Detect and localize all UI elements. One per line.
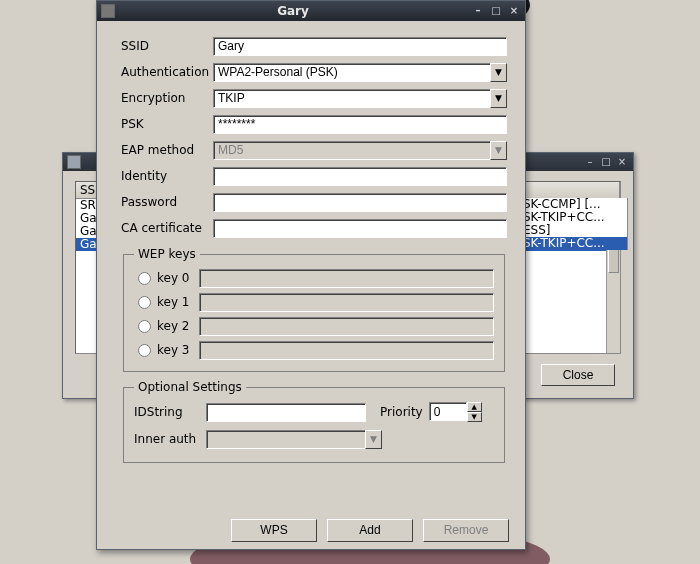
identity-label: Identity [121, 169, 213, 183]
window-title: Gary [119, 4, 467, 18]
close-icon[interactable]: × [507, 5, 521, 17]
spinner-down-icon[interactable]: ▼ [467, 412, 482, 422]
wps-button[interactable]: WPS [231, 519, 317, 542]
wep-key0-radio[interactable] [138, 272, 151, 285]
inner-auth-label: Inner auth [134, 432, 206, 446]
wep-key2-label: key 2 [157, 319, 199, 333]
add-button[interactable]: Add [327, 519, 413, 542]
authentication-label: Authentication [121, 65, 213, 79]
wep-key0-label: key 0 [157, 271, 199, 285]
priority-input[interactable] [429, 402, 467, 421]
eap-method-label: EAP method [121, 143, 213, 157]
dialog-footer: WPS Add Remove [97, 511, 525, 549]
ssid-input[interactable] [213, 37, 507, 56]
wep-key2-radio[interactable] [138, 320, 151, 333]
dialog-body: SSID Authentication ▼ Encryption ▼ PSK E… [97, 21, 525, 511]
eap-method-combo: ▼ [213, 141, 507, 160]
wep-key0-input [199, 269, 494, 288]
wep-key3-radio[interactable] [138, 344, 151, 357]
encryption-label: Encryption [121, 91, 213, 105]
close-icon[interactable]: × [615, 156, 629, 168]
wep-key-row: key 3 [134, 339, 494, 361]
wep-key3-label: key 3 [157, 343, 199, 357]
encryption-input[interactable] [213, 89, 490, 108]
ca-certificate-label: CA certificate [121, 221, 213, 235]
inner-auth-combo: ▼ [206, 430, 382, 449]
wep-keys-legend: WEP keys [134, 247, 200, 261]
wep-key1-label: key 1 [157, 295, 199, 309]
idstring-input[interactable] [206, 403, 366, 422]
wep-key-row: key 0 [134, 267, 494, 289]
chevron-down-icon: ▼ [490, 141, 507, 160]
password-label: Password [121, 195, 213, 209]
minimize-icon[interactable]: – [583, 156, 597, 168]
close-button[interactable]: Close [541, 364, 615, 386]
list-cell[interactable]: SK-TKIP+CC... [521, 237, 627, 250]
maximize-icon[interactable]: □ [489, 5, 503, 17]
psk-input[interactable] [213, 115, 507, 134]
priority-stepper[interactable]: ▲ ▼ [429, 402, 482, 422]
minimize-icon[interactable]: – [471, 5, 485, 17]
list-column-overflow: SK-CCMP] [... SK-TKIP+CC... ESS] SK-TKIP… [521, 198, 628, 250]
optional-settings-legend: Optional Settings [134, 380, 246, 394]
spinner-up-icon[interactable]: ▲ [467, 402, 482, 412]
inner-auth-input [206, 430, 365, 449]
app-icon [67, 155, 81, 169]
encryption-combo[interactable]: ▼ [213, 89, 507, 108]
authentication-combo[interactable]: ▼ [213, 63, 507, 82]
priority-label: Priority [380, 405, 423, 419]
remove-button: Remove [423, 519, 509, 542]
network-config-dialog: Gary – □ × SSID Authentication ▼ Encrypt… [96, 0, 526, 550]
chevron-down-icon[interactable]: ▼ [490, 63, 507, 82]
wep-key-row: key 1 [134, 291, 494, 313]
authentication-input[interactable] [213, 63, 490, 82]
wep-key1-radio[interactable] [138, 296, 151, 309]
psk-label: PSK [121, 117, 213, 131]
wep-key2-input [199, 317, 494, 336]
idstring-label: IDString [134, 405, 206, 419]
wep-key1-input [199, 293, 494, 312]
wep-key-row: key 2 [134, 315, 494, 337]
app-icon [101, 4, 115, 18]
wep-key3-input [199, 341, 494, 360]
ssid-label: SSID [121, 39, 213, 53]
identity-input[interactable] [213, 167, 507, 186]
chevron-down-icon: ▼ [365, 430, 382, 449]
password-input[interactable] [213, 193, 507, 212]
ca-certificate-input[interactable] [213, 219, 507, 238]
optional-settings-group: Optional Settings IDString Priority ▲ ▼ … [123, 380, 505, 463]
wep-keys-group: WEP keys key 0 key 1 key 2 key 3 [123, 247, 505, 372]
titlebar[interactable]: Gary – □ × [97, 1, 525, 21]
eap-method-input [213, 141, 490, 160]
chevron-down-icon[interactable]: ▼ [490, 89, 507, 108]
maximize-icon[interactable]: □ [599, 156, 613, 168]
